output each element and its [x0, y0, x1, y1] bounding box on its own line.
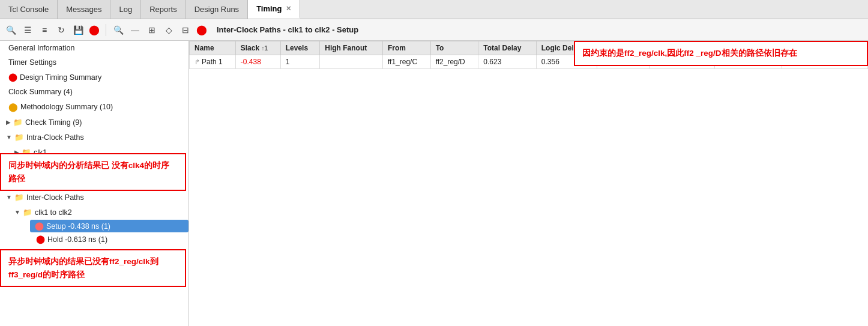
folder-icon-clk1: 📁: [22, 148, 31, 157]
bottom-section: Other Path Groups User Ignored Paths: [0, 246, 188, 275]
error-icon-design-timing: ⬤: [8, 73, 17, 82]
col-header-slack[interactable]: Slack ↑1: [235, 41, 280, 55]
col-header-destination-clock[interactable]: Destination Clock: [782, 41, 868, 55]
tab-timing[interactable]: Timing ✕: [248, 0, 300, 19]
sidebar-item-other-path-groups[interactable]: Other Path Groups: [0, 246, 188, 261]
toolbar: 🔍 ☰ ≡ ↻ 💾 ⬤ 🔍 — ⊞ ◇ ⊟ ⬤ Inter-Clock Path…: [0, 19, 868, 41]
expand-all-button[interactable]: ≡: [37, 23, 52, 37]
folder-icon-clk3: 📁: [22, 178, 31, 187]
col-header-net-delay[interactable]: Net Delay: [597, 41, 649, 55]
chevron-clk1-to-clk2: ▼: [14, 209, 20, 216]
chevron-inter-clock: ▼: [6, 194, 12, 201]
cell-net-delay: 0.267: [597, 55, 649, 69]
sidebar-item-hold[interactable]: ⬤ Hold -0.613 ns (1): [30, 232, 188, 246]
col-header-high-fanout[interactable]: High Fanout: [320, 41, 383, 55]
cell-high-fanout: [320, 55, 383, 69]
cell-from: ff1_reg/C: [382, 55, 430, 69]
table-view-button[interactable]: ⊞: [145, 23, 159, 37]
sidebar-item-clk3[interactable]: ▶ 📁 clk3: [11, 175, 188, 190]
sort-icon-slack: ↑1: [261, 45, 268, 52]
clk1-to-clk2-subgroup: ⬤ Setup -0.438 ns (1) ⬤ Hold -0.613 ns (…: [11, 220, 188, 246]
inter-clock-group: ▼ 📁 clk1 to clk2 ⬤ Setup -0.438 ns (1) ⬤…: [0, 205, 188, 246]
sidebar: General Information Timer Settings ⬤ Des…: [0, 41, 189, 326]
sidebar-item-clk2[interactable]: ▶ 📁 clk2: [11, 160, 188, 175]
cell-source-clock: clk1: [714, 55, 782, 69]
cell-to: ff2_reg/D: [430, 55, 478, 69]
error-indicator-2: ⬤: [196, 24, 207, 35]
diamond-button[interactable]: ◇: [161, 23, 176, 37]
col-header-source-clock[interactable]: Source Clock: [714, 41, 782, 55]
folder-icon-clk2: 📁: [22, 163, 31, 172]
intra-clock-group: ▶ 📁 clk1 ▶ 📁 clk2 ▶ 📁 clk3: [0, 145, 188, 190]
cell-total-delay: 0.623: [478, 55, 537, 69]
tab-reports[interactable]: Reports: [141, 0, 186, 19]
chevron-intra-clock: ▼: [6, 134, 12, 140]
col-header-requirement[interactable]: Requirement: [649, 41, 714, 55]
tab-log[interactable]: Log: [110, 0, 141, 19]
sidebar-item-user-ignored-paths[interactable]: User Ignored Paths: [0, 261, 188, 275]
cell-levels: 1: [280, 55, 319, 69]
close-timing-tab[interactable]: ✕: [286, 5, 291, 13]
col-header-name[interactable]: Name: [190, 41, 236, 55]
chevron-clk1: ▶: [14, 149, 19, 155]
sidebar-item-methodology-summary[interactable]: ⬤ Methodology Summary (10): [0, 99, 188, 115]
tab-design-runs[interactable]: Design Runs: [186, 0, 248, 19]
save-button[interactable]: 💾: [71, 23, 85, 37]
sidebar-item-intra-clock-paths[interactable]: ▼ 📁 Intra-Clock Paths: [0, 130, 188, 145]
cell-slack: -0.438: [235, 55, 280, 69]
folder-icon-clk1-to-clk2: 📁: [23, 208, 32, 217]
col-header-total-delay[interactable]: Total Delay: [478, 41, 537, 55]
cell-destination-clock: clk2: [782, 55, 868, 69]
warning-icon-methodology: ⬤: [8, 102, 18, 112]
table-row[interactable]: ↱ Path 1 -0.438 1 ff1_reg/C ff2_reg/D 0.…: [190, 55, 868, 69]
main-container: General Information Timer Settings ⬤ Des…: [0, 41, 868, 326]
chevron-check-timing: ▶: [6, 119, 11, 125]
tab-messages[interactable]: Messages: [58, 0, 110, 19]
timing-table: Name Slack ↑1 Levels High Fanout From: [189, 41, 868, 69]
error-icon-setup: ⬤: [35, 222, 44, 231]
collapse-all-button[interactable]: ☰: [20, 23, 35, 37]
sidebar-item-clock-summary[interactable]: Clock Summary (4): [0, 85, 188, 99]
cell-requirement: 1.000: [649, 55, 714, 69]
error-indicator: ⬤: [89, 24, 100, 35]
toolbar-divider: [106, 24, 106, 36]
refresh-button[interactable]: ↻: [54, 23, 68, 37]
sidebar-item-general-info[interactable]: General Information: [0, 41, 188, 55]
sidebar-item-clk1[interactable]: ▶ 📁 clk1: [11, 145, 188, 160]
cell-logic-delay: 0.356: [536, 55, 597, 69]
col-header-logic-delay[interactable]: Logic Delay: [536, 41, 597, 55]
sidebar-item-setup[interactable]: ⬤ Setup -0.438 ns (1): [30, 220, 188, 232]
col-header-to[interactable]: To: [430, 41, 478, 55]
sidebar-item-design-timing-summary[interactable]: ⬤ Design Timing Summary: [0, 70, 188, 85]
column-button[interactable]: ⊟: [178, 23, 193, 37]
chevron-clk3: ▶: [14, 179, 19, 186]
folder-icon-intra-clock: 📁: [14, 133, 24, 142]
sidebar-item-inter-clock-paths[interactable]: ▼ 📁 Inter-Clock Paths: [0, 190, 188, 205]
folder-icon-inter-clock: 📁: [14, 193, 24, 202]
chevron-clk2: ▶: [14, 164, 19, 171]
error-icon-hold: ⬤: [36, 235, 45, 244]
path-icon: ↱: [194, 58, 202, 65]
search-button[interactable]: 🔍: [4, 23, 18, 37]
tab-tcl-console[interactable]: Tcl Console: [0, 0, 58, 19]
sidebar-item-check-timing[interactable]: ▶ 📁 Check Timing (9): [0, 115, 188, 130]
tab-bar: Tcl Console Messages Log Reports Design …: [0, 0, 868, 19]
cell-name: ↱ Path 1: [190, 55, 236, 69]
folder-icon-check-timing: 📁: [13, 118, 23, 127]
minus-button[interactable]: —: [128, 23, 142, 37]
sidebar-item-timer-settings[interactable]: Timer Settings: [0, 55, 188, 70]
toolbar-title: Inter-Clock Paths - clk1 to clk2 - Setup: [217, 25, 358, 34]
col-header-from[interactable]: From: [382, 41, 430, 55]
sidebar-item-clk1-to-clk2[interactable]: ▼ 📁 clk1 to clk2: [11, 205, 188, 220]
find-button[interactable]: 🔍: [111, 23, 125, 37]
col-header-levels[interactable]: Levels: [280, 41, 319, 55]
content-panel: Name Slack ↑1 Levels High Fanout From: [189, 41, 868, 326]
